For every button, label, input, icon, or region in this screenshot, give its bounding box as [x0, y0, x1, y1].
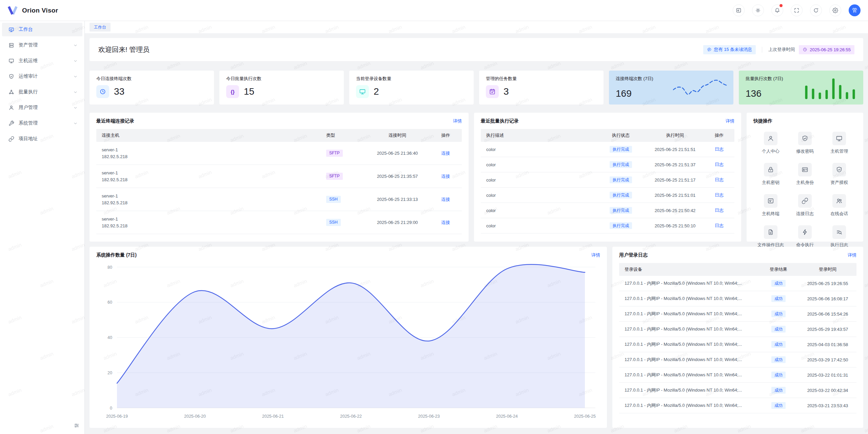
connect-link[interactable]: 连接	[441, 174, 450, 179]
status-tag: 执行完成	[610, 192, 632, 199]
table-row: 127.0.0.1 - 内网IP - Mozilla/5.0 (Windows …	[619, 352, 856, 367]
stat-card-terminal-today: 今日连接终端次数 33	[90, 71, 214, 105]
users-icon	[832, 194, 846, 208]
col-header: 操作	[704, 132, 734, 138]
terminal-panel-details-link[interactable]: 详情	[453, 118, 462, 124]
connect-link[interactable]: 连接	[441, 151, 450, 156]
svg-text:2025-06-24: 2025-06-24	[496, 414, 518, 419]
sidebar-item-label: 运维审计	[19, 73, 73, 79]
host-ip: 182.92.5.218	[102, 176, 326, 183]
fullscreen-icon	[794, 7, 800, 13]
sidebar-item-host-ops[interactable]: 主机运维	[2, 54, 82, 68]
code-button[interactable]	[733, 4, 745, 16]
quick-action-profile[interactable]: 个人中心	[753, 132, 788, 154]
dashboard-icon	[8, 27, 14, 33]
quick-action-asset-authorization[interactable]: 资产授权	[822, 163, 856, 186]
svg-text:0: 0	[110, 406, 112, 411]
log-link[interactable]: 日志	[715, 223, 724, 228]
svg-text:2025-06-20: 2025-06-20	[184, 414, 206, 419]
notifications-button[interactable]	[771, 4, 783, 16]
file-icon	[764, 225, 777, 239]
quick-action-change-password[interactable]: 修改密码	[788, 132, 822, 154]
panel-title: 最近批量执行记录	[481, 118, 519, 124]
fullscreen-button[interactable]	[791, 4, 803, 16]
sidebar-item-user-management[interactable]: 用户管理	[2, 101, 82, 114]
content: 欢迎回来! 管理员 您有 15 条未读消息 上次登录时间 2025-06-25 …	[85, 33, 868, 428]
table-header: 连接主机 类型 连接时间 操作	[96, 129, 462, 142]
quick-action-execution-log[interactable]: 执行日志	[822, 225, 856, 248]
log-link[interactable]: 日志	[715, 177, 724, 182]
sidebar-item-label: 用户管理	[19, 105, 73, 111]
quick-action-host-keys[interactable]: 主机密钥	[753, 163, 788, 186]
table-row: 127.0.0.1 - 内网IP - Mozilla/5.0 (Windows …	[619, 291, 856, 306]
refresh-button[interactable]	[810, 4, 822, 16]
sidebar-item-assets[interactable]: 资产管理	[2, 38, 82, 52]
sidebar-item-label: 系统管理	[19, 120, 73, 126]
exec-time: 2025-06-25 21:51:51	[646, 147, 704, 152]
table-row: 127.0.0.1 - 内网IP - Mozilla/5.0 (Windows …	[619, 276, 856, 291]
quick-action-command-execution[interactable]: 命令执行	[788, 225, 822, 248]
quick-action-connection-log[interactable]: 连接日志	[788, 194, 822, 217]
log-link[interactable]: 日志	[715, 162, 724, 167]
stat-card-managed-tasks: 管理的任务数量 3	[479, 71, 604, 105]
connect-link[interactable]: 连接	[441, 220, 450, 225]
quick-action-host-identity[interactable]: 主机身份	[788, 163, 822, 186]
table-row: 127.0.0.1 - 内网IP - Mozilla/5.0 (Windows …	[619, 322, 856, 337]
sidebar-item-label: 资产管理	[19, 42, 73, 48]
sidebar-item-ops-audit[interactable]: 运维审计	[2, 70, 82, 83]
exec-time: 2025-06-25 21:51:01	[646, 193, 704, 198]
log-link[interactable]: 日志	[715, 208, 724, 213]
svg-text:2025-06-19: 2025-06-19	[106, 414, 128, 419]
exec-panel-details-link[interactable]: 详情	[726, 118, 734, 124]
svg-text:60: 60	[107, 300, 112, 305]
monitor-icon	[8, 58, 14, 64]
quick-actions-grid: 个人中心 修改密码 主机管理 主机密钥 主机身份 资产授权 主机终端 连接日志 …	[753, 132, 856, 248]
tab-workbench[interactable]: 工作台	[90, 23, 111, 32]
table-row: color 执行完成 2025-06-25 21:51:17 日志	[481, 172, 734, 188]
host-ip: 182.92.5.218	[102, 153, 326, 160]
user-login-log-panel: 用户登录日志 详情 登录设备 登录结果 登录时间 127.0.0.1 - 内网I…	[612, 247, 863, 428]
col-header: 执行时间	[646, 132, 704, 138]
table-row: 127.0.0.1 - 内网IP - Mozilla/5.0 (Windows …	[619, 337, 856, 352]
chart-panel-details-link[interactable]: 详情	[591, 252, 600, 258]
type-tag: SFTP	[326, 173, 343, 180]
connect-link[interactable]: 连接	[441, 197, 450, 202]
col-header: 登录结果	[758, 266, 799, 272]
sidebar-item-project-url[interactable]: 项目地址	[2, 132, 82, 146]
table-row: server-1182.92.5.218 SSH 2025-06-25 21:2…	[96, 211, 462, 234]
quick-action-file-operation-log[interactable]: 文件操作日志	[753, 225, 788, 248]
log-link[interactable]: 日志	[715, 147, 724, 152]
quick-actions-panel: 快捷操作 个人中心 修改密码 主机管理 主机密钥 主机身份 资产授权 主机终端 …	[747, 113, 863, 242]
exec-time: 2025-06-25 21:51:17	[646, 177, 704, 183]
user-icon	[8, 105, 14, 111]
unread-messages-chip[interactable]: 您有 15 条未读消息	[703, 45, 756, 54]
sidebar-item-batch-exec[interactable]: 批量执行	[2, 85, 82, 99]
settings-button[interactable]	[829, 4, 841, 16]
stat-card-terminal-7d: 连接终端次数 (7日) 169	[609, 71, 733, 105]
table-row: color 执行完成 2025-06-25 21:51:01 日志	[481, 188, 734, 203]
connect-time: 2025-06-25 21:35:57	[365, 174, 430, 179]
exec-time: 2025-06-25 21:50:42	[646, 208, 704, 213]
exec-table: 执行描述 执行状态 执行时间 操作 color 执行完成 2025-06-25 …	[481, 129, 734, 233]
welcome-title: 欢迎回来! 管理员	[98, 45, 150, 54]
col-header: 连接主机	[96, 132, 326, 139]
stat-title: 今日批量执行次数	[226, 76, 337, 82]
quick-action-host-management[interactable]: 主机管理	[822, 132, 856, 154]
login-panel-details-link[interactable]: 详情	[848, 252, 856, 258]
shield-check-icon	[798, 132, 812, 145]
exec-desc: color	[481, 193, 595, 198]
stat-value: 2	[374, 86, 379, 97]
user-avatar[interactable]: 管	[849, 4, 861, 16]
stat-title: 当前登录设备数量	[356, 76, 467, 82]
log-link[interactable]: 日志	[715, 192, 724, 197]
status-tag: 执行完成	[610, 207, 632, 214]
sidebar-item-system-management[interactable]: 系统管理	[2, 116, 82, 130]
quick-action-host-terminal[interactable]: 主机终端	[753, 194, 788, 217]
sidebar-item-workbench[interactable]: 工作台	[2, 23, 82, 36]
type-tag: SSH	[326, 196, 341, 203]
sidebar-collapse-button[interactable]	[72, 421, 81, 430]
status-tag: 执行完成	[610, 176, 632, 183]
quick-action-online-sessions[interactable]: 在线会话	[822, 194, 856, 217]
theme-button[interactable]	[752, 4, 764, 16]
gear-icon	[832, 7, 838, 13]
